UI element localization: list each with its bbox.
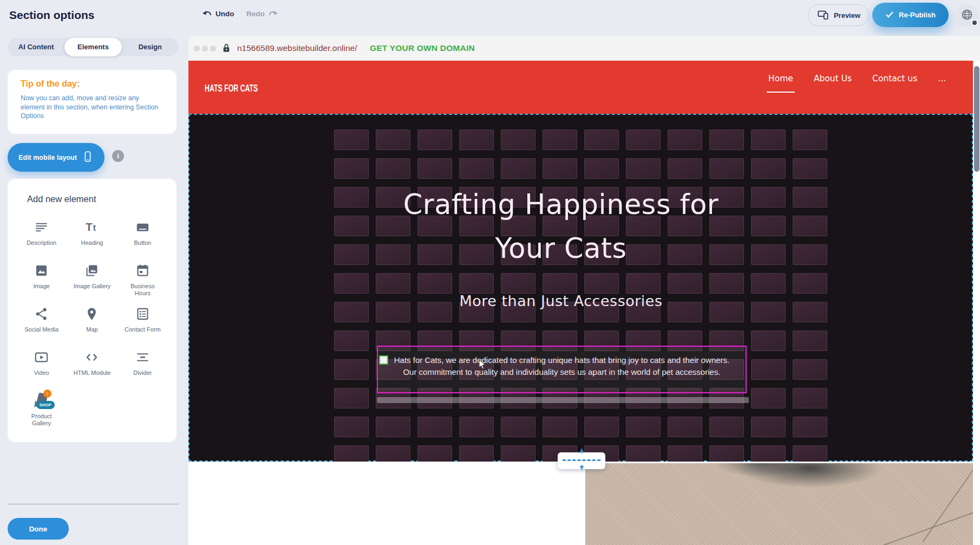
- wall-tile: [668, 129, 702, 150]
- element-label: HTML Module: [74, 369, 111, 377]
- element-map[interactable]: Map: [67, 299, 117, 342]
- element-image-gallery[interactable]: Image Gallery: [67, 256, 117, 299]
- wall-tile: [376, 129, 410, 150]
- wall-tile: [376, 417, 410, 437]
- selected-text-element[interactable]: Hats for Cats, we are dedicated to craft…: [377, 346, 747, 393]
- wall-tile: [417, 129, 452, 150]
- social-media-icon: [34, 307, 49, 323]
- element-video[interactable]: Video: [16, 342, 67, 386]
- description-icon: [34, 220, 49, 237]
- preview-button[interactable]: Preview: [808, 4, 869, 26]
- element-description[interactable]: Description: [16, 212, 67, 256]
- wall-tile: [626, 158, 661, 179]
- wall-tile: [417, 417, 452, 437]
- element-business-hours[interactable]: Business Hours: [117, 256, 168, 299]
- wall-tile: [626, 273, 661, 294]
- pavement-photo: [585, 463, 973, 545]
- wall-tile: [668, 158, 702, 179]
- wall-tile: [501, 273, 535, 294]
- notification-dot: [971, 20, 978, 26]
- browser-scrollbar-track: [973, 61, 980, 545]
- arrow-up-icon: [578, 462, 585, 472]
- wall-tile: [501, 158, 535, 179]
- app-root: Section options AI ContentElementsDesign…: [0, 0, 980, 545]
- wall-tile: [751, 417, 786, 437]
- element-heading[interactable]: TtHeading: [67, 212, 117, 256]
- resize-anchor-handle[interactable]: [379, 355, 388, 365]
- element-social-media[interactable]: Social Media: [16, 299, 67, 342]
- next-section: [188, 462, 973, 545]
- svg-text:t: t: [93, 223, 96, 232]
- wall-tile: [751, 330, 786, 351]
- info-icon[interactable]: i: [112, 150, 124, 162]
- divider-icon: [135, 350, 150, 367]
- undo-icon: [202, 9, 212, 18]
- element-html-module[interactable]: HTML Module: [67, 342, 117, 386]
- wall-tile: [751, 244, 786, 265]
- element-button[interactable]: Button: [117, 212, 168, 256]
- nav-item-contact-us[interactable]: Contact us: [872, 74, 917, 93]
- tab-elements[interactable]: Elements: [64, 38, 121, 56]
- tab-design[interactable]: Design: [122, 38, 179, 56]
- wall-tile: [709, 273, 744, 294]
- wall-tile: [668, 417, 702, 437]
- selected-hero-section[interactable]: Crafting Happiness for Your Cats More th…: [188, 114, 973, 462]
- map-pin-icon: [84, 307, 99, 323]
- element-contact-form[interactable]: Contact Form: [117, 299, 168, 342]
- get-domain-link[interactable]: GET YOUR OWN DOMAIN: [370, 43, 475, 53]
- wall-tile: [334, 129, 369, 150]
- nav-item-about-us[interactable]: About Us: [814, 74, 852, 93]
- wall-tile: [584, 158, 619, 179]
- svg-text:T: T: [86, 221, 93, 233]
- wall-tile: [751, 216, 786, 236]
- hero-subheading[interactable]: More than Just Accessories: [388, 293, 734, 309]
- site-header: HATS FOR CATS HomeAbout UsContact us...: [188, 61, 973, 114]
- browser-scrollbar-thumb[interactable]: [974, 66, 979, 172]
- republish-button[interactable]: Re-Publish: [872, 3, 949, 27]
- wall-tile: [793, 273, 827, 294]
- nav-item-more[interactable]: ...: [938, 74, 946, 93]
- done-label: Done: [29, 525, 48, 533]
- redo-label: Redo: [246, 10, 265, 18]
- element-divider[interactable]: Divider: [117, 342, 168, 386]
- element-image[interactable]: Image: [16, 256, 67, 299]
- wall-tile: [334, 388, 369, 408]
- wall-tile: [626, 417, 661, 437]
- hero-heading[interactable]: Crafting Happiness for Your Cats: [388, 183, 734, 270]
- wall-tile: [793, 359, 827, 380]
- add-new-element-card: Add new element DescriptionTtHeadingButt…: [8, 179, 177, 442]
- wall-tile: [417, 158, 452, 179]
- site-logo[interactable]: HATS FOR CATS: [205, 82, 258, 94]
- done-button[interactable]: Done: [8, 518, 69, 540]
- element-label: Image: [33, 283, 50, 290]
- wall-tile: [543, 158, 577, 179]
- wall-tile: [543, 417, 577, 437]
- wall-tile: [459, 417, 494, 437]
- tab-ai-content[interactable]: AI Content: [8, 38, 64, 56]
- element-label: Business Hours: [123, 283, 161, 297]
- wall-tile: [751, 158, 786, 179]
- phone-icon: [82, 151, 94, 164]
- element-product-gallery[interactable]: ↑SHOPProduct Gallery: [16, 386, 67, 429]
- section-height-resize-handle[interactable]: [558, 452, 605, 469]
- redo-button[interactable]: Redo: [246, 9, 278, 18]
- wall-tile: [459, 273, 494, 294]
- wall-tile: [334, 302, 369, 322]
- wall-tile: [417, 273, 452, 294]
- site-url[interactable]: n1566589.websitebuilder.online/: [237, 43, 357, 53]
- element-label: Button: [134, 239, 151, 246]
- element-grid: DescriptionTtHeadingButtonImageImage Gal…: [16, 212, 168, 429]
- wall-tile: [501, 129, 535, 150]
- traffic-dot-1: [194, 46, 200, 51]
- element-label: Social Media: [24, 326, 58, 333]
- wall-tile: [334, 244, 369, 265]
- nav-item-home[interactable]: Home: [768, 74, 793, 93]
- hero-paragraph[interactable]: Hats for Cats, we are dedicated to craft…: [384, 354, 739, 378]
- language-globe-button[interactable]: [955, 4, 978, 27]
- element-label: Description: [27, 239, 56, 246]
- wall-tile: [668, 273, 702, 294]
- wall-tile: [334, 359, 369, 380]
- wall-tile: [334, 273, 369, 294]
- undo-button[interactable]: Undo: [202, 9, 234, 18]
- edit-mobile-layout-button[interactable]: Edit mobile layout: [8, 143, 104, 172]
